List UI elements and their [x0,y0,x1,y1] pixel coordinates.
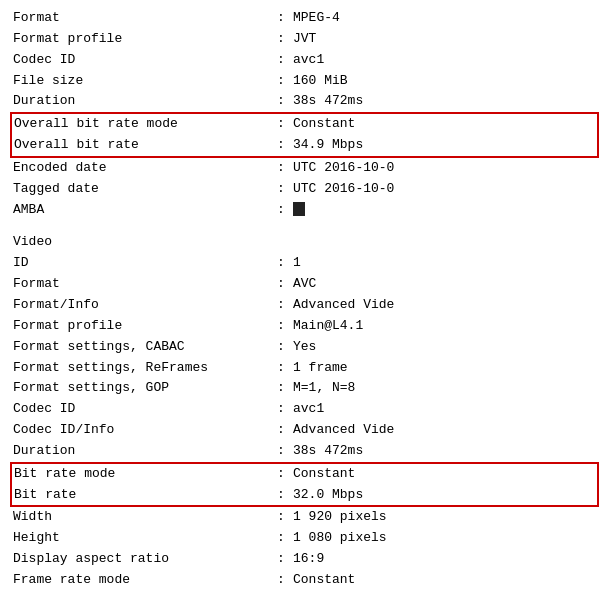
info-row-separator: : [271,570,291,591]
section-header-row: Video [11,232,598,253]
info-row-value: Advanced Vide [291,420,598,441]
info-row: Codec ID : avc1 [11,50,598,71]
info-row-value: MPEG-4 [291,8,598,29]
info-row-separator: : [271,135,291,157]
info-row-label: Duration [11,441,271,463]
info-row: Width : 1 920 pixels [11,506,598,528]
info-row: Encoded date : UTC 2016-10-0 [11,157,598,179]
info-row-separator: : [271,420,291,441]
info-row-label: Format/Info [11,295,271,316]
info-row-label: Format profile [11,29,271,50]
info-row-label: Format settings, ReFrames [11,358,271,379]
info-row-value: 1 [291,253,598,274]
info-row-label: Frame rate mode [11,570,271,591]
info-row-separator: : [271,157,291,179]
info-row-value: 160 MiB [291,71,598,92]
info-row: Codec ID : avc1 [11,399,598,420]
info-row-label: Width [11,506,271,528]
info-row-separator: : [271,71,291,92]
info-row-value: AVC [291,274,598,295]
info-row-value: avc1 [291,50,598,71]
info-row-value: 34.9 Mbps [291,135,598,157]
info-row-value: Constant [291,463,598,485]
info-row-label: Display aspect ratio [11,549,271,570]
info-row-label: Height [11,528,271,549]
info-row: Tagged date : UTC 2016-10-0 [11,179,598,200]
info-row-value: Constant [291,113,598,135]
media-info-table: Format : MPEG-4Format profile : JVTCodec… [10,8,599,591]
info-row-label: ID [11,253,271,274]
info-row: Frame rate mode : Constant [11,570,598,591]
info-row-separator: : [271,200,291,221]
info-row-value: 38s 472ms [291,441,598,463]
info-row-separator: : [271,8,291,29]
info-row: Bit rate mode : Constant [11,463,598,485]
info-row-label: Overall bit rate mode [11,113,271,135]
info-row-separator: : [271,253,291,274]
info-row: Format : AVC [11,274,598,295]
info-row: Format : MPEG-4 [11,8,598,29]
info-row: Duration : 38s 472ms [11,441,598,463]
info-row-label: Bit rate [11,485,271,507]
info-row-separator: : [271,113,291,135]
info-row-label: Format [11,274,271,295]
info-row-separator: : [271,528,291,549]
info-row: Duration : 38s 472ms [11,91,598,113]
info-row-label: Codec ID [11,399,271,420]
info-row: Bit rate : 32.0 Mbps [11,485,598,507]
info-row: File size : 160 MiB [11,71,598,92]
info-row: Overall bit rate : 34.9 Mbps [11,135,598,157]
info-row-value: 32.0 Mbps [291,485,598,507]
info-row-label: Format settings, GOP [11,378,271,399]
info-row-separator: : [271,295,291,316]
info-row: Format profile : JVT [11,29,598,50]
info-row-label: Format settings, CABAC [11,337,271,358]
amba-icon [293,202,305,216]
info-row-separator: : [271,50,291,71]
info-row-separator: : [271,29,291,50]
info-row-label: AMBA [11,200,271,221]
info-row-separator: : [271,485,291,507]
info-row-value: 38s 472ms [291,91,598,113]
info-row-value: 1 frame [291,358,598,379]
info-row-label: Codec ID [11,50,271,71]
info-row: Format/Info : Advanced Vide [11,295,598,316]
info-row-label: Codec ID/Info [11,420,271,441]
info-row-separator: : [271,441,291,463]
info-row-label: Format profile [11,316,271,337]
info-row-label: Encoded date [11,157,271,179]
info-row-separator: : [271,549,291,570]
info-row-separator: : [271,337,291,358]
info-row-label: File size [11,71,271,92]
info-row-value: Advanced Vide [291,295,598,316]
info-row-label: Bit rate mode [11,463,271,485]
info-row: Overall bit rate mode : Constant [11,113,598,135]
info-row-value: M=1, N=8 [291,378,598,399]
info-row-value: avc1 [291,399,598,420]
info-row-value: UTC 2016-10-0 [291,157,598,179]
info-row-separator: : [271,316,291,337]
info-row-value: 16:9 [291,549,598,570]
info-row: ID : 1 [11,253,598,274]
info-row-separator: : [271,463,291,485]
info-row-separator: : [271,506,291,528]
info-row-value: Main@L4.1 [291,316,598,337]
info-row: Height : 1 080 pixels [11,528,598,549]
info-row-label: Duration [11,91,271,113]
info-row-value: UTC 2016-10-0 [291,179,598,200]
spacer-row [11,220,598,232]
section-header-label: Video [11,232,598,253]
info-row-value: 1 080 pixels [291,528,598,549]
info-row-separator: : [271,179,291,200]
info-row-separator: : [271,378,291,399]
info-row-label: Overall bit rate [11,135,271,157]
info-row: AMBA : [11,200,598,221]
info-row: Display aspect ratio : 16:9 [11,549,598,570]
info-row-value: JVT [291,29,598,50]
info-row-separator: : [271,358,291,379]
info-row: Codec ID/Info : Advanced Vide [11,420,598,441]
info-row-separator: : [271,274,291,295]
info-row: Format profile : Main@L4.1 [11,316,598,337]
info-row-separator: : [271,91,291,113]
info-row-separator: : [271,399,291,420]
